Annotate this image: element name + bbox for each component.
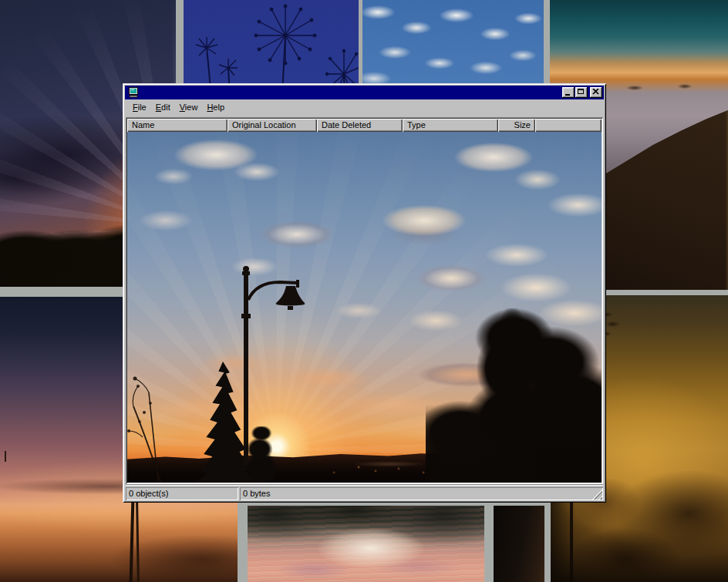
column-header-row: Name Original Location Date Deleted Type… [127,119,602,132]
column-header-date-deleted[interactable]: Date Deleted [317,119,403,132]
bg-photo-dark-shore [494,506,544,582]
menu-bar: File Edit View Help [125,99,604,115]
menu-edit[interactable]: Edit [151,101,175,114]
status-size: 0 bytes [240,487,603,500]
bg-photo-water-reflection [248,506,484,582]
my-computer-icon[interactable] [127,87,139,98]
maximize-icon [578,89,584,94]
file-list-view[interactable]: Name Original Location Date Deleted Type… [126,117,603,484]
status-bar-divider [126,484,603,486]
column-header-original-location[interactable]: Original Location [228,119,317,132]
recycle-bin-window: File Edit View Help Name Original Locati… [123,83,606,503]
close-icon [592,89,599,95]
resize-grip[interactable] [592,489,602,500]
close-button[interactable] [590,87,602,98]
titlebar[interactable] [125,86,604,99]
status-panels: 0 object(s) 0 bytes [126,487,603,500]
minimize-button[interactable] [562,87,575,98]
column-header-filler[interactable] [535,119,602,132]
column-header-name[interactable]: Name [127,119,228,132]
right-trees-silhouette [426,308,602,483]
sunset-photo-content[interactable] [127,132,602,483]
left-plant-silhouette [127,363,164,483]
maximize-button[interactable] [575,87,588,98]
status-bar: 0 object(s) 0 bytes [126,484,603,500]
column-header-size[interactable]: Size [498,119,535,132]
menu-file[interactable]: File [128,101,151,114]
lake-stick [5,451,6,462]
lake-pole [130,499,135,582]
status-object-count: 0 object(s) [126,487,238,500]
menu-help[interactable]: Help [202,101,229,114]
menu-view[interactable]: View [175,101,203,114]
minimize-icon [565,94,570,96]
street-lamp-silhouette [235,264,312,465]
column-header-type[interactable]: Type [403,119,498,132]
screen: { "window": { "title": "", "icon": "my-c… [0,0,728,582]
lake-pole [136,502,140,582]
status-size-text: 0 bytes [243,489,270,498]
